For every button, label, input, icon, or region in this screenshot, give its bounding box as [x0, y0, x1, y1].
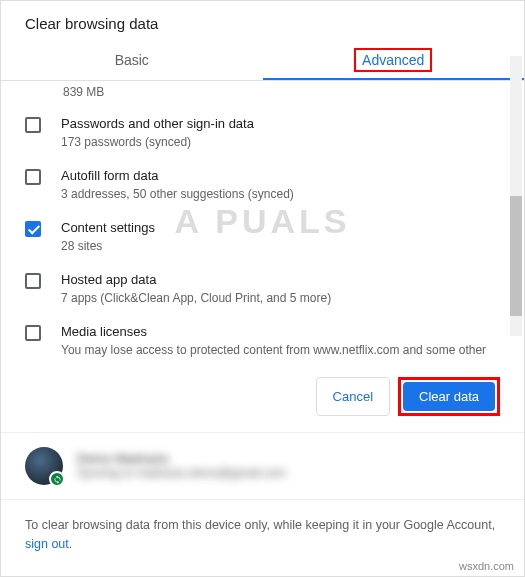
cancel-button[interactable]: Cancel [316, 377, 390, 416]
tab-advanced-label: Advanced [354, 48, 432, 72]
checkbox-passwords[interactable] [25, 117, 41, 133]
checkbox-content-settings[interactable] [25, 221, 41, 237]
footer-text: To clear browsing data from this device … [1, 500, 524, 570]
option-hosted-app-data[interactable]: Hosted app data 7 apps (Click&Clean App,… [25, 263, 500, 315]
options-scroll-area[interactable]: A PUALS 839 MB Passwords and other sign-… [1, 81, 524, 361]
scrollbar-thumb[interactable] [510, 196, 522, 316]
checkbox-autofill[interactable] [25, 169, 41, 185]
option-desc: 173 passwords (synced) [61, 134, 500, 151]
sign-out-link[interactable]: sign out [25, 537, 69, 551]
dialog-actions: Cancel Clear data [1, 361, 524, 433]
option-title: Media licenses [61, 323, 500, 341]
tab-indicator [263, 78, 525, 80]
option-title: Passwords and other sign-in data [61, 115, 500, 133]
sync-icon [49, 471, 65, 487]
avatar [25, 447, 63, 485]
dialog-title: Clear browsing data [1, 1, 524, 40]
tab-basic-label: Basic [115, 52, 149, 68]
option-title: Hosted app data [61, 271, 500, 289]
option-autofill[interactable]: Autofill form data 3 addresses, 50 other… [25, 159, 500, 211]
clear-browsing-data-dialog: Clear browsing data Basic Advanced A PUA… [1, 1, 524, 570]
tab-advanced[interactable]: Advanced [263, 40, 525, 80]
tabs: Basic Advanced [1, 40, 524, 81]
account-name: Demo Madrazio [77, 451, 286, 466]
scrollbar-track[interactable] [510, 56, 522, 336]
footer-message: To clear browsing data from this device … [25, 518, 495, 532]
option-passwords[interactable]: Passwords and other sign-in data 173 pas… [25, 107, 500, 159]
option-desc: 3 addresses, 50 other suggestions (synce… [61, 186, 500, 203]
option-desc: 28 sites [61, 238, 500, 255]
option-title: Autofill form data [61, 167, 500, 185]
checkbox-hosted-app-data[interactable] [25, 273, 41, 289]
truncated-prev-item: 839 MB [25, 81, 500, 107]
checkbox-media-licenses[interactable] [25, 325, 41, 341]
option-media-licenses[interactable]: Media licenses You may lose access to pr… [25, 315, 500, 361]
clear-data-button[interactable]: Clear data [403, 382, 495, 411]
option-desc: You may lose access to protected content… [61, 342, 500, 361]
option-title: Content settings [61, 219, 500, 237]
account-email: Syncing to madrazio.demo@gmail.com [77, 466, 286, 482]
clear-data-highlight: Clear data [398, 377, 500, 416]
option-content-settings[interactable]: Content settings 28 sites [25, 211, 500, 263]
tab-basic[interactable]: Basic [1, 40, 263, 80]
site-credit: wsxdn.com [459, 560, 514, 572]
option-desc: 7 apps (Click&Clean App, Cloud Print, an… [61, 290, 500, 307]
account-row: Demo Madrazio Syncing to madrazio.demo@g… [1, 433, 524, 500]
